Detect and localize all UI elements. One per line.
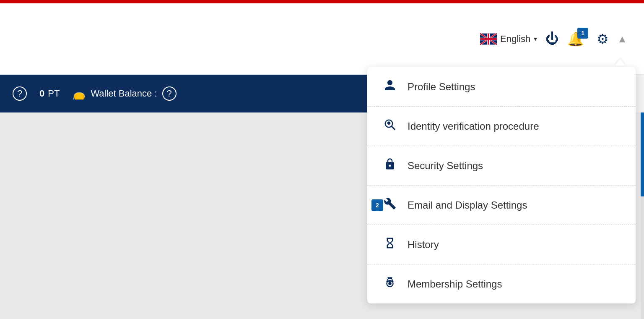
lock-icon	[382, 158, 397, 173]
language-selector[interactable]: English ▾	[480, 33, 537, 45]
chevron-up-icon: ▲	[617, 33, 627, 45]
power-button[interactable]: ⏻	[545, 31, 559, 47]
power-icon: ⏻	[545, 31, 559, 47]
notification-badge: 1	[577, 28, 588, 39]
language-label: English	[500, 34, 530, 44]
top-red-bar	[0, 0, 644, 3]
menu-item-profile-settings[interactable]: Profile Settings	[367, 67, 636, 107]
uk-flag-icon	[480, 33, 497, 45]
dropdown-menu: Profile SettingsIdentity verification pr…	[367, 67, 636, 303]
notifications-button[interactable]: 🔔 1	[567, 31, 584, 47]
menu-item-label-identity-verification: Identity verification procedure	[408, 120, 539, 132]
header: English ▾ ⏻ 🔔 1 ⚙ ▲	[0, 3, 644, 75]
menu-item-label-security-settings: Security Settings	[408, 160, 483, 172]
svg-point-3	[388, 282, 392, 285]
wallet-icon: 👝	[72, 87, 86, 100]
collapse-button[interactable]: ▲	[617, 33, 627, 45]
menu-item-membership-settings[interactable]: Membership Settings	[367, 264, 636, 303]
gear-icon: ⚙	[597, 31, 609, 47]
help-label: ?	[17, 88, 22, 99]
menu-item-label-history: History	[408, 239, 439, 251]
scrollbar-thumb	[641, 112, 644, 196]
medal-icon	[382, 276, 397, 292]
nav-wallet: 👝 Wallet Balance : ?	[72, 86, 176, 101]
points-label: PT	[48, 88, 60, 99]
nav-points: 0 PT	[39, 88, 60, 99]
person-icon	[382, 79, 397, 94]
menu-item-label-email-display-settings: Email and Display Settings	[408, 199, 527, 211]
menu-badge-email-display-settings: 2	[371, 199, 383, 211]
wrench-icon	[382, 197, 397, 213]
menu-item-label-membership-settings: Membership Settings	[408, 278, 502, 290]
menu-item-label-profile-settings: Profile Settings	[408, 81, 475, 93]
language-chevron-icon: ▾	[534, 35, 537, 43]
menu-item-history[interactable]: History	[367, 225, 636, 264]
hourglass-icon	[382, 237, 397, 252]
scrollbar[interactable]	[641, 112, 644, 319]
nav-bar: ? 0 PT 👝 Wallet Balance : ?	[0, 75, 367, 112]
menu-item-security-settings[interactable]: Security Settings	[367, 146, 636, 186]
wallet-help-icon[interactable]: ?	[162, 86, 177, 101]
nav-help-icon[interactable]: ?	[13, 86, 27, 101]
menu-item-identity-verification[interactable]: Identity verification procedure	[367, 107, 636, 146]
menu-item-email-display-settings[interactable]: 2Email and Display Settings	[367, 186, 636, 225]
wallet-label: Wallet Balance :	[91, 88, 157, 99]
header-controls: English ▾ ⏻ 🔔 1 ⚙ ▲	[480, 31, 627, 47]
dropdown-arrow	[615, 59, 625, 65]
search-person-icon	[382, 118, 397, 134]
settings-button[interactable]: ⚙	[597, 31, 609, 47]
wallet-help-label: ?	[166, 88, 171, 99]
points-value: 0	[39, 88, 44, 99]
